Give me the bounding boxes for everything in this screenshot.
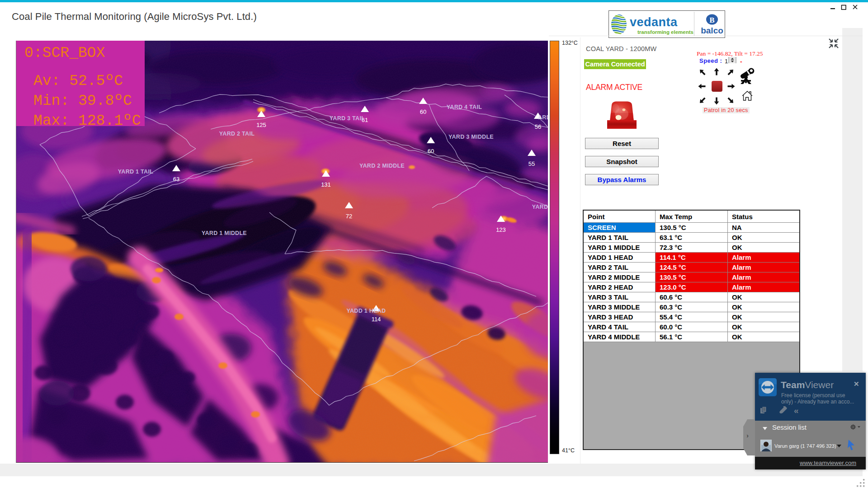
svg-text:Av: 52.5ºC: Av: 52.5ºC — [33, 73, 123, 89]
svg-text:55: 55 — [528, 160, 535, 167]
svg-text:YARD 2: YARD 2 — [532, 204, 548, 210]
svg-text:60: 60 — [428, 148, 434, 155]
svg-text:YARD 1 MIDDLE: YARD 1 MIDDLE — [202, 230, 247, 236]
svg-text:YARD 2 MIDDLE: YARD 2 MIDDLE — [359, 163, 405, 169]
svg-text:YARD 3 MIDDLE: YARD 3 MIDDLE — [448, 134, 494, 140]
svg-text:123: 123 — [496, 226, 506, 233]
svg-text:60: 60 — [420, 108, 426, 115]
svg-text:56: 56 — [535, 123, 541, 130]
svg-text:YARD 1 TAIL: YARD 1 TAIL — [118, 169, 153, 175]
svg-text:72: 72 — [346, 213, 352, 220]
svg-text:YARD 3 TAIL: YARD 3 TAIL — [330, 115, 365, 122]
svg-text:114: 114 — [372, 316, 381, 323]
svg-text:Max: 128.1ºC: Max: 128.1ºC — [33, 113, 141, 129]
svg-text:YARD 4 TAIL: YARD 4 TAIL — [447, 104, 482, 110]
svg-text:Min: 39.8ºC: Min: 39.8ºC — [33, 93, 132, 109]
svg-text:63: 63 — [173, 176, 179, 183]
svg-text:balco: balco — [701, 26, 723, 35]
svg-text:B: B — [709, 16, 714, 24]
svg-text:131: 131 — [321, 181, 331, 188]
svg-text:YADD 1 HEAD: YADD 1 HEAD — [347, 308, 386, 314]
svg-text:ARD: ARD — [538, 114, 548, 121]
svg-text:0:SCR_BOX: 0:SCR_BOX — [24, 45, 105, 61]
svg-text:YARD 2 TAIL: YARD 2 TAIL — [219, 131, 255, 137]
svg-text:125: 125 — [256, 122, 266, 128]
svg-text:«: « — [794, 406, 799, 415]
